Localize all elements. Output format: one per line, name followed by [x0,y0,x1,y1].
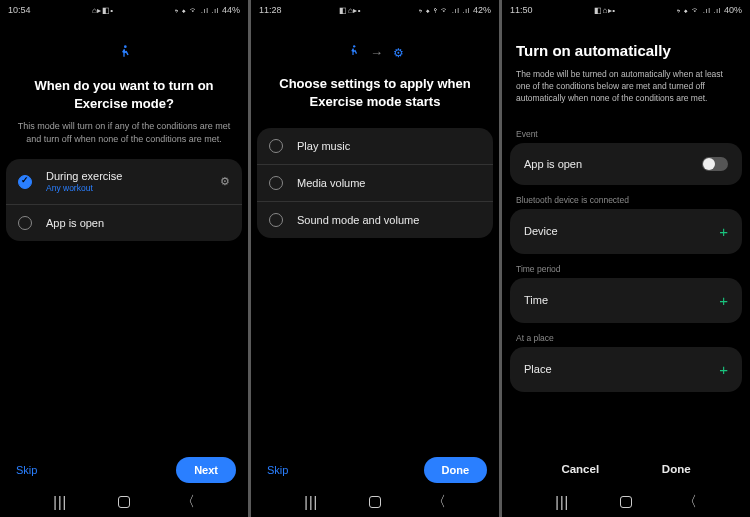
gear-icon[interactable]: ⚙ [220,175,230,188]
status-battery: 42% [473,5,491,15]
radio-checked-icon [18,175,32,189]
status-battery: 40% [724,5,742,15]
skip-button[interactable]: Skip [12,458,41,482]
toggle-switch[interactable] [702,157,728,171]
nav-home-icon[interactable] [620,496,632,508]
radio-unchecked-icon [269,213,283,227]
status-right-icons: ⇋ ⬥ ᯤ .ıl .ıl [175,6,219,15]
radio-unchecked-icon [269,139,283,153]
option-media-volume[interactable]: Media volume [257,164,493,201]
page-subtext: This mode will turn on if any of the con… [14,120,234,145]
done-button[interactable]: Done [424,457,488,483]
next-button[interactable]: Next [176,457,236,483]
nav-home-icon[interactable] [369,496,381,508]
android-navbar: ||| 〈 [0,493,248,511]
status-battery: 44% [222,5,240,15]
status-time: 11:28 [259,5,282,15]
plus-icon[interactable]: + [719,361,728,378]
done-button[interactable]: Done [650,455,703,483]
page-subtext: The mode will be turned on automatically… [516,69,736,105]
page-heading: Choose settings to apply when Exercise m… [269,75,481,110]
row-label: Device [524,225,558,237]
plus-icon[interactable]: + [719,292,728,309]
status-time: 10:54 [8,5,31,15]
status-right-icons: ⇋ ⬥ ᯤ .ıl .ıl [677,6,721,15]
section-label-bluetooth: Bluetooth device is connected [516,195,736,205]
row-device[interactable]: Device + [510,209,742,254]
radio-unchecked-icon [18,216,32,230]
nav-recents-icon[interactable]: ||| [304,494,318,510]
nav-home-icon[interactable] [118,496,130,508]
running-icon [346,44,360,61]
status-time: 11:50 [510,5,533,15]
mode-icon-row: → ⚙ [251,44,499,61]
row-label: Time [524,294,548,306]
option-sublabel: Any workout [46,183,220,193]
nav-back-icon[interactable]: 〈 [432,493,446,511]
option-during-exercise[interactable]: During exercise Any workout ⚙ [6,159,242,204]
section-label-time: Time period [516,264,736,274]
status-left-icons: ⌂▸◧• [92,6,114,15]
gear-icon: ⚙ [393,46,404,60]
page-heading: Turn on automatically [516,42,736,59]
android-navbar: ||| 〈 [251,493,499,511]
option-sound-mode[interactable]: Sound mode and volume [257,201,493,238]
arrow-right-icon: → [370,45,383,60]
skip-button[interactable]: Skip [263,458,292,482]
row-place[interactable]: Place + [510,347,742,392]
nav-recents-icon[interactable]: ||| [53,494,67,510]
status-bar: 10:54 ⌂▸◧• ⇋ ⬥ ᯤ .ıl .ıl 44% [0,0,248,18]
option-label: During exercise [46,170,220,182]
screen-turn-on-auto: 11:50 ◧⌂▸• ⇋ ⬥ ᯤ .ıl .ıl 40% Turn on aut… [502,0,750,517]
status-bar: 11:50 ◧⌂▸• ⇋ ⬥ ᯤ .ıl .ıl 40% [502,0,750,18]
options-card: During exercise Any workout ⚙ App is ope… [6,159,242,241]
settings-card: Play music Media volume Sound mode and v… [257,128,493,238]
svg-point-0 [124,45,127,48]
screen-exercise-settings: 11:28 ◧⌂▸• ⇋ ⬥ ⚲ ᯤ .ıl .ıl 42% → ⚙ Choos… [251,0,499,517]
option-label: Play music [297,140,481,152]
svg-point-1 [353,45,355,47]
plus-icon[interactable]: + [719,223,728,240]
screen-exercise-trigger: 10:54 ⌂▸◧• ⇋ ⬥ ᯤ .ıl .ıl 44% When do you… [0,0,248,517]
page-heading: When do you want to turn on Exercise mod… [18,77,230,112]
android-navbar: ||| 〈 [502,493,750,511]
option-label: Media volume [297,177,481,189]
row-app-is-open[interactable]: App is open [510,143,742,185]
section-label-event: Event [516,129,736,139]
status-left-icons: ◧⌂▸• [339,6,361,15]
option-play-music[interactable]: Play music [257,128,493,164]
option-label: Sound mode and volume [297,214,481,226]
status-left-icons: ◧⌂▸• [594,6,616,15]
section-label-place: At a place [516,333,736,343]
nav-recents-icon[interactable]: ||| [555,494,569,510]
row-label: Place [524,363,552,375]
running-icon [116,44,132,63]
status-right-icons: ⇋ ⬥ ⚲ ᯤ .ıl .ıl [419,6,470,15]
option-app-is-open[interactable]: App is open [6,204,242,241]
status-bar: 11:28 ◧⌂▸• ⇋ ⬥ ⚲ ᯤ .ıl .ıl 42% [251,0,499,18]
option-label: App is open [46,217,230,229]
cancel-button[interactable]: Cancel [549,455,611,483]
mode-icon-row [0,44,248,63]
nav-back-icon[interactable]: 〈 [181,493,195,511]
row-time[interactable]: Time + [510,278,742,323]
nav-back-icon[interactable]: 〈 [683,493,697,511]
row-label: App is open [524,158,582,170]
radio-unchecked-icon [269,176,283,190]
